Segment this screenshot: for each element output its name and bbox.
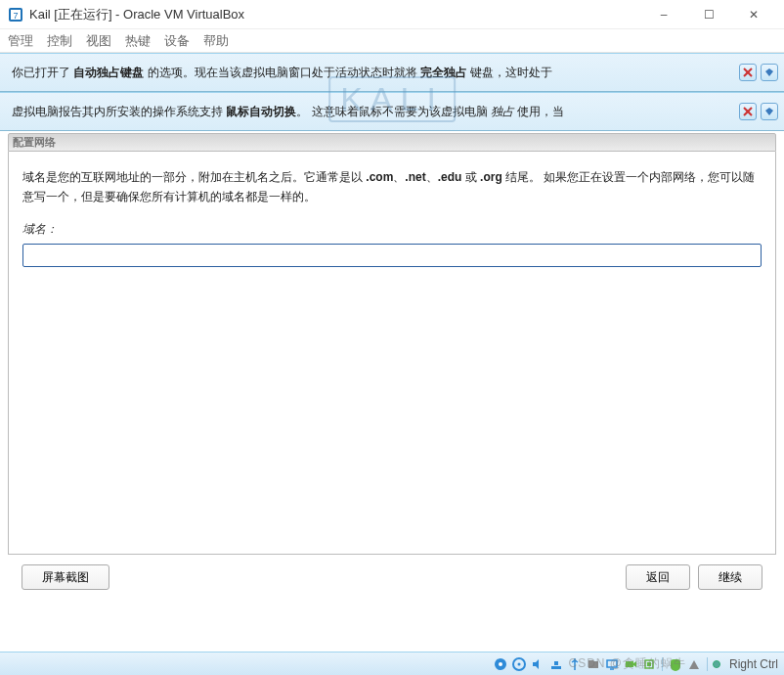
- domain-description: 域名是您的互联网地址的一部分，附加在主机名之后。它通常是以 .com、.net、…: [22, 167, 762, 207]
- svg-rect-12: [554, 661, 558, 665]
- pin-icon: [764, 107, 774, 116]
- installer-panel: 域名是您的互联网地址的一部分，附加在主机名之后。它通常是以 .com、.net、…: [8, 152, 776, 555]
- network-icon[interactable]: [548, 656, 564, 672]
- menu-device[interactable]: 设备: [164, 32, 190, 50]
- svg-point-10: [517, 662, 520, 665]
- dismiss-notice-button[interactable]: [739, 103, 757, 120]
- vm-statusbar: Right Ctrl CSDN @贪睡的蜗牛: [0, 652, 784, 675]
- csdn-watermark: CSDN @贪睡的蜗牛: [568, 655, 686, 672]
- menu-view[interactable]: 视图: [86, 32, 111, 50]
- mouse-integration-notice: 虚拟电脑报告其内所安装的操作系统支持 鼠标自动切换。 这意味着鼠标不需要为该虚拟…: [0, 92, 784, 131]
- window-title: Kail [正在运行] - Oracle VM VirtualBox: [29, 6, 244, 23]
- audio-icon[interactable]: [530, 656, 545, 672]
- menu-help[interactable]: 帮助: [203, 32, 229, 50]
- maximize-button[interactable]: ☐: [686, 0, 731, 29]
- keyboard-capture-icon[interactable]: [686, 656, 702, 672]
- pin-icon: [764, 68, 774, 77]
- menu-control[interactable]: 控制: [47, 32, 72, 50]
- minimize-button[interactable]: –: [641, 0, 686, 29]
- back-button[interactable]: 返回: [626, 564, 690, 590]
- svg-point-8: [499, 662, 502, 666]
- dismiss-notice-button[interactable]: [739, 64, 757, 81]
- installer-section-title: 配置网络: [8, 133, 776, 152]
- menu-hotkey[interactable]: 热键: [125, 32, 151, 50]
- menu-manage[interactable]: 管理: [8, 32, 33, 50]
- screenshot-button[interactable]: 屏幕截图: [22, 564, 109, 590]
- close-icon: [743, 68, 753, 77]
- keyboard-capture-notice: 你已打开了 自动独占键盘 的选项。现在当该虚拟电脑窗口处于活动状态时就将 完全独…: [0, 53, 784, 92]
- menubar: 管理 控制 视图 热键 设备 帮助: [0, 29, 784, 53]
- harddisk-icon[interactable]: [493, 656, 508, 672]
- continue-button[interactable]: 继续: [698, 564, 762, 590]
- svg-rect-11: [551, 666, 561, 669]
- domain-input[interactable]: [22, 244, 762, 267]
- notice-toggle-button[interactable]: [761, 103, 778, 120]
- close-icon: [743, 107, 753, 116]
- svg-text:7: 7: [13, 11, 18, 21]
- window-titlebar: 7 Kail [正在运行] - Oracle VM VirtualBox – ☐…: [0, 0, 784, 29]
- close-button[interactable]: ✕: [731, 0, 776, 29]
- optical-drive-icon[interactable]: [511, 656, 527, 672]
- domain-field-label: 域名：: [22, 221, 762, 238]
- app-icon: 7: [8, 7, 23, 22]
- notice-toggle-button[interactable]: [761, 64, 778, 81]
- host-key-label: Right Ctrl: [729, 657, 778, 671]
- host-key-indicator: [713, 660, 720, 668]
